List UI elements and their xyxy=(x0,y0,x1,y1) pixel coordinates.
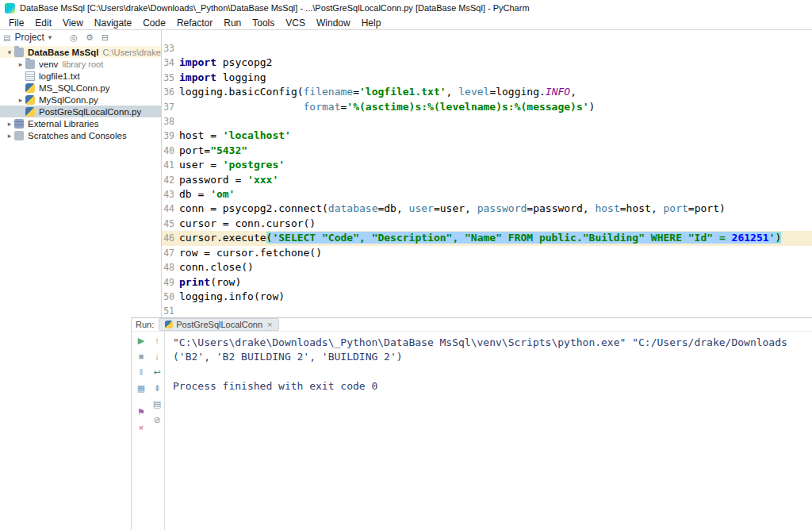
code-text: conn.close() xyxy=(174,260,254,275)
scroll-to-end-button[interactable]: ⇟ xyxy=(153,382,160,394)
console-line: "C:\Users\drake\Downloads\_Python\DataBa… xyxy=(173,336,812,350)
line-number[interactable]: 40 xyxy=(162,144,174,158)
settings-icon[interactable]: ⚙ xyxy=(86,33,94,43)
tree-item-venv[interactable]: ▸venvlibrary root xyxy=(0,58,161,70)
code-text: logging.basicConfig(filename='logfile1.t… xyxy=(174,85,576,99)
menu-tools[interactable]: Tools xyxy=(247,17,280,29)
down-stacktrace-button[interactable]: ↓ xyxy=(155,351,159,363)
menu-bar: FileEditViewNavigateCodeRefactorRunTools… xyxy=(0,16,812,30)
close-button[interactable]: × xyxy=(139,422,144,434)
chevron-right-icon[interactable]: ▸ xyxy=(16,96,25,104)
line-number[interactable]: 34 xyxy=(162,56,174,70)
line-number[interactable]: 38 xyxy=(162,114,174,129)
line-number[interactable]: 39 xyxy=(162,129,174,143)
menu-view[interactable]: View xyxy=(57,17,89,29)
up-stacktrace-button[interactable]: ↑ xyxy=(155,335,159,347)
menu-help[interactable]: Help xyxy=(356,17,387,29)
code-line-36[interactable]: 36logging.basicConfig(filename='logfile1… xyxy=(162,85,812,99)
menu-vcs[interactable]: VCS xyxy=(280,17,311,29)
scratch-icon xyxy=(14,131,24,140)
clear-all-button[interactable]: ⊘ xyxy=(153,414,160,426)
menu-run[interactable]: Run xyxy=(218,17,247,29)
pause-output-button[interactable]: ‖ xyxy=(140,367,144,378)
code-line-48[interactable]: 48conn.close() xyxy=(162,260,812,275)
menu-navigate[interactable]: Navigate xyxy=(89,17,137,29)
menu-code[interactable]: Code xyxy=(137,17,171,29)
folder-icon xyxy=(14,48,24,57)
code-line-49[interactable]: 49print(row) xyxy=(162,275,812,290)
code-line-35[interactable]: 35import logging xyxy=(162,71,812,85)
tree-item-database-mssql[interactable]: ▾DataBase MsSqlC:\Users\drake\Dow xyxy=(0,46,161,58)
line-number[interactable]: 49 xyxy=(162,275,174,290)
code-line-34[interactable]: 34import psycopg2 xyxy=(162,56,812,70)
line-number[interactable]: 36 xyxy=(162,85,174,99)
close-tab-icon[interactable]: × xyxy=(267,320,272,329)
locate-file-icon[interactable]: ◎ xyxy=(70,33,78,43)
python-file-icon xyxy=(165,321,173,328)
console-line: Process finished with exit code 0 xyxy=(173,379,812,394)
code-line-45[interactable]: 45cursor = conn.cursor() xyxy=(162,217,812,231)
line-number[interactable]: 51 xyxy=(162,304,174,318)
tree-item-scratches-and-consoles[interactable]: ▸Scratches and Consoles xyxy=(0,129,161,141)
tree-item-label: DataBase MsSql xyxy=(28,48,98,57)
menu-file[interactable]: File xyxy=(3,17,29,29)
code-line-47[interactable]: 47row = cursor.fetchone() xyxy=(162,246,812,260)
project-tree: ▾DataBase MsSqlC:\Users\drake\Dow▸venvli… xyxy=(0,44,161,141)
menu-edit[interactable]: Edit xyxy=(29,17,57,29)
py-icon xyxy=(25,107,35,117)
code-line-38[interactable]: 38 xyxy=(162,114,812,129)
tree-item-mysqlconn-py[interactable]: ▸MySqlConn.py xyxy=(0,94,161,106)
chevron-right-icon[interactable]: ▸ xyxy=(5,132,14,140)
restore-layout-button[interactable]: ▦ xyxy=(137,382,145,394)
chevron-right-icon[interactable]: ▸ xyxy=(16,60,25,68)
line-number[interactable]: 35 xyxy=(162,71,174,85)
print-button[interactable]: ▤ xyxy=(153,398,161,410)
code-text: logging.info(row) xyxy=(174,290,285,304)
code-line-46[interactable]: 46cursor.execute('SELECT "Code", "Descri… xyxy=(162,231,812,245)
code-line-37[interactable]: 37 format='%(asctime)s:%(levelname)s:%(m… xyxy=(162,100,812,114)
tree-item-postgresqllocalconn-py[interactable]: PostGreSqlLocalConn.py xyxy=(0,106,161,117)
code-line-41[interactable]: 41user = 'postgres' xyxy=(162,158,812,172)
chevron-right-icon[interactable]: ▸ xyxy=(5,120,14,128)
line-number[interactable]: 46 xyxy=(162,231,174,245)
chevron-down-icon[interactable]: ▾ xyxy=(5,48,14,56)
tree-item-logfile1-txt[interactable]: logfile1.txt xyxy=(0,70,161,82)
menu-window[interactable]: Window xyxy=(311,17,356,29)
project-panel-title: Project xyxy=(14,32,44,43)
stop-button[interactable]: ■ xyxy=(139,351,144,363)
pin-tab-button[interactable]: ⚑ xyxy=(137,406,145,418)
code-line-43[interactable]: 43db = 'om' xyxy=(162,187,812,202)
code-line-42[interactable]: 42password = 'xxx' xyxy=(162,173,812,187)
rerun-button[interactable]: ▶ xyxy=(138,335,144,347)
code-line-50[interactable]: 50logging.info(row) xyxy=(162,290,812,304)
line-number[interactable]: 44 xyxy=(162,202,174,216)
tree-item-external-libraries[interactable]: ▸External Libraries xyxy=(0,117,161,129)
tree-item-hint: library root xyxy=(62,60,103,69)
hide-panel-icon[interactable]: ⊟ xyxy=(102,33,109,43)
line-number[interactable]: 42 xyxy=(162,173,174,187)
pycharm-window: DataBase MsSql [C:\Users\drake\Downloads… xyxy=(0,0,812,530)
chevron-down-icon[interactable]: ▾ xyxy=(48,33,52,41)
line-number[interactable]: 50 xyxy=(162,290,174,304)
line-number[interactable]: 41 xyxy=(162,158,174,172)
run-tab-label: PostGreSqlLocalConn xyxy=(176,320,262,329)
line-number[interactable]: 48 xyxy=(162,260,174,275)
soft-wrap-button[interactable]: ↩ xyxy=(153,367,160,378)
code-line-39[interactable]: 39host = 'localhost' xyxy=(162,129,812,143)
code-text: import logging xyxy=(174,71,266,85)
code-line-33[interactable]: 33 xyxy=(162,41,812,56)
line-number[interactable]: 45 xyxy=(162,217,174,231)
code-line-51[interactable]: 51 xyxy=(162,304,812,318)
project-tool-window-icon[interactable]: ▤ xyxy=(3,33,10,42)
code-line-44[interactable]: 44conn = psycopg2.connect(database=db, u… xyxy=(162,202,812,216)
code-line-40[interactable]: 40port="5432" xyxy=(162,144,812,158)
run-tab[interactable]: PostGreSqlLocalConn × xyxy=(159,318,278,331)
line-number[interactable]: 37 xyxy=(162,100,174,114)
line-number[interactable]: 33 xyxy=(162,41,174,56)
line-number[interactable]: 43 xyxy=(162,187,174,202)
code-text xyxy=(174,304,179,318)
menu-refactor[interactable]: Refactor xyxy=(171,17,218,29)
code-text: password = 'xxx' xyxy=(174,173,278,187)
tree-item-ms-sqlconn-py[interactable]: MS_SQLConn.py xyxy=(0,82,161,94)
line-number[interactable]: 47 xyxy=(162,246,174,260)
